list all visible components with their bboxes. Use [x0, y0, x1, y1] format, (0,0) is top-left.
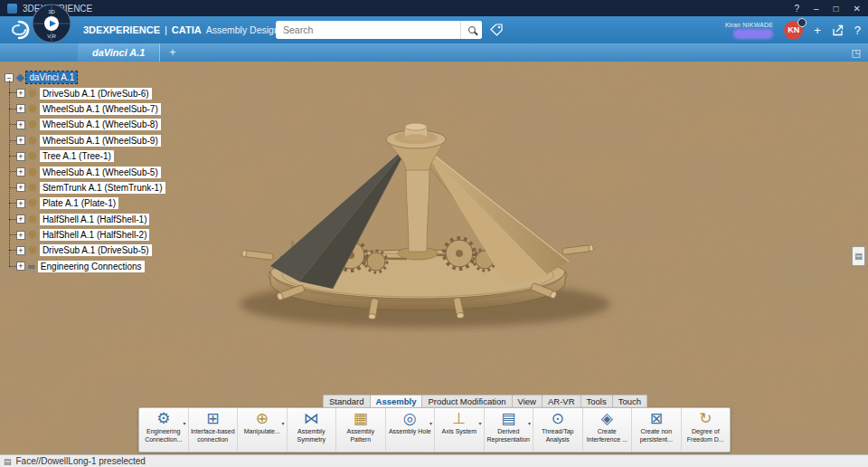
tool-label: Interface-based connection: [189, 428, 238, 444]
ribbon-tab-product-modification[interactable]: Product Modification: [421, 395, 512, 407]
tree-item-icon: ⚙: [28, 183, 37, 193]
ribbon-tab-standard[interactable]: Standard: [323, 395, 371, 407]
tool-icon: ▤: [501, 410, 515, 427]
tree-item-label[interactable]: Plate A.1 (Plate-1): [40, 197, 118, 209]
app-brand: 3DEXPERIENCE | CATIA Assembly Design: [83, 24, 279, 35]
tree-item-drivesub-a-1-drivesub-5[interactable]: + ⚙ DriveSub A.1 (DriveSub-5): [16, 243, 165, 258]
tool-dropdown-arrow[interactable]: ▾: [183, 420, 185, 426]
tool-icon: ⊠: [650, 410, 663, 427]
minimize-button[interactable]: –: [814, 4, 819, 14]
tree-item-label[interactable]: StemTrunk A.1 (StemTrunk-1): [40, 182, 165, 194]
tree-item-label[interactable]: WheelSub A.1 (WheelSub-7): [40, 103, 161, 115]
tree-item-engineering-connections[interactable]: + ∞ Engineering Connections: [16, 259, 165, 274]
viewport-side-widget[interactable]: ▤: [852, 246, 865, 266]
tool-degree-of-freedom-d[interactable]: ↻ Degree of Freedom D...: [682, 408, 731, 452]
user-info: Kiran NIKWADE: [725, 22, 773, 39]
tree-item-icon: ⚙: [28, 89, 37, 99]
tool-engineering-connection[interactable]: ⚙ ▾ Engineering Connection...: [139, 408, 189, 452]
tool-dropdown-arrow[interactable]: ▾: [429, 420, 432, 426]
tree-item-label[interactable]: HalfShell A.1 (HalfShell-1): [40, 214, 150, 225]
tool-dropdown-arrow[interactable]: ▾: [478, 420, 481, 426]
tool-manipulate[interactable]: ⊕ ▾ Manipulate...: [238, 408, 288, 452]
tree-expander[interactable]: +: [16, 199, 25, 208]
tree-item-icon: ⚙: [28, 104, 37, 114]
tag-icon[interactable]: [490, 24, 503, 36]
tool-icon: ⋈: [304, 410, 319, 427]
tree-expander[interactable]: +: [16, 246, 25, 255]
ribbon-tab-touch[interactable]: Touch: [612, 395, 647, 407]
tree-item-drivesub-a-1-drivesub-6[interactable]: + ⚙ DriveSub A.1 (DriveSub-6): [16, 85, 165, 100]
tree-expander[interactable]: +: [16, 214, 25, 224]
status-message: Face//DowellLong-1 preselected: [16, 456, 146, 466]
tree-item-label[interactable]: HalfShell A.1 (HalfShell-2): [40, 229, 150, 241]
tree-item-wheelsub-a-1-wheelsub-9[interactable]: + ⚙ WheelSub A.1 (WheelSub-9): [16, 133, 165, 148]
share-icon[interactable]: [832, 24, 844, 36]
tree-item-icon: ⚙: [28, 230, 37, 240]
ribbon-tab-view[interactable]: View: [512, 395, 542, 407]
tree-expander[interactable]: +: [16, 152, 25, 161]
tool-label: Manipulate...: [243, 428, 281, 436]
tree-expander[interactable]: +: [16, 231, 25, 240]
tree-root-label[interactable]: daVinci A.1: [26, 71, 77, 83]
document-tabbar: daVinci A.1 + ◳: [0, 43, 868, 62]
tool-icon: ⚙: [156, 410, 170, 427]
search-button[interactable]: [460, 21, 482, 39]
tree-expander[interactable]: +: [16, 89, 25, 98]
expand-viewport-icon[interactable]: ◳: [852, 47, 868, 59]
tool-dropdown-arrow[interactable]: ▾: [528, 420, 531, 426]
tree-root[interactable]: − ◆ daVinci A.1: [5, 70, 165, 85]
tree-item-halfshell-a-1-halfshell-2[interactable]: + ⚙ HalfShell A.1 (HalfShell-2): [16, 227, 165, 243]
workbench-name: Assembly Design: [206, 24, 279, 35]
tree-item-label[interactable]: WheelSub A.1 (WheelSub-5): [40, 167, 161, 178]
tool-assembly-pattern[interactable]: ▦ Assembly Pattern: [336, 408, 386, 452]
compass-widget[interactable]: 3D V.R: [32, 4, 71, 43]
tree-item-plate-a-1-plate-1[interactable]: + ⚙ Plate A.1 (Plate-1): [16, 195, 165, 211]
tree-item-label[interactable]: DriveSub A.1 (DriveSub-5): [40, 244, 152, 256]
document-tab[interactable]: daVinci A.1: [78, 43, 160, 62]
tree-children: + ⚙ DriveSub A.1 (DriveSub-6) + ⚙ WheelS…: [5, 85, 165, 274]
tree-item-wheelsub-a-1-wheelsub-5[interactable]: + ⚙ WheelSub A.1 (WheelSub-5): [16, 164, 165, 179]
tool-derived-representation[interactable]: ▤ ▾ Derived Representation: [485, 408, 534, 452]
add-icon[interactable]: +: [814, 24, 821, 36]
tree-item-label[interactable]: WheelSub A.1 (WheelSub-9): [40, 135, 161, 147]
help-button[interactable]: ?: [794, 4, 799, 14]
ribbon-tab-assembly[interactable]: Assembly: [370, 395, 423, 407]
new-tab-button[interactable]: +: [160, 46, 184, 59]
tool-create-interference[interactable]: ◈ Create Interference ...: [583, 408, 633, 452]
tool-axis-system[interactable]: ⊥ ▾ Axis System: [435, 408, 485, 452]
tree-expander[interactable]: +: [16, 120, 25, 129]
maximize-button[interactable]: □: [834, 4, 839, 14]
tool-label: Derived Representation: [485, 428, 533, 444]
tree-expander[interactable]: +: [16, 262, 25, 271]
tree-item-wheelsub-a-1-wheelsub-8[interactable]: + ⚙ WheelSub A.1 (WheelSub-8): [16, 117, 165, 132]
tree-item-tree-a-1-tree-1[interactable]: + ⚙ Tree A.1 (Tree-1): [16, 148, 165, 164]
avatar-initials: KN: [788, 25, 799, 34]
tree-item-label[interactable]: WheelSub A.1 (WheelSub-8): [40, 119, 161, 130]
avatar[interactable]: KN: [784, 21, 803, 40]
brand-divider: |: [165, 24, 167, 35]
tree-expander[interactable]: +: [16, 167, 25, 176]
tree-item-stemtrunk-a-1-stemtrunk-1[interactable]: + ⚙ StemTrunk A.1 (StemTrunk-1): [16, 180, 165, 195]
close-button[interactable]: ✕: [854, 4, 861, 14]
ribbon-tab-tools[interactable]: Tools: [580, 395, 613, 407]
tree-item-wheelsub-a-1-wheelsub-7[interactable]: + ⚙ WheelSub A.1 (WheelSub-7): [16, 101, 165, 117]
tool-interface-based-connection[interactable]: ⊞ Interface-based connection: [189, 408, 239, 452]
tree-expander[interactable]: +: [16, 104, 25, 113]
search-bar[interactable]: [276, 21, 482, 39]
help-icon[interactable]: ?: [854, 24, 861, 36]
tree-item-label[interactable]: DriveSub A.1 (DriveSub-6): [40, 88, 152, 100]
3ds-logo-icon[interactable]: [7, 19, 31, 41]
tree-item-label[interactable]: Tree A.1 (Tree-1): [40, 150, 114, 162]
search-input[interactable]: [276, 24, 460, 35]
ribbon-tab-ar-vr[interactable]: AR-VR: [542, 395, 581, 407]
tool-assembly-symmetry[interactable]: ⋈ Assembly Symmetry: [288, 408, 337, 452]
tool-thread-tap-analysis[interactable]: ⊙ Thread/Tap Analysis: [533, 408, 583, 452]
tree-item-halfshell-a-1-halfshell-1[interactable]: + ⚙ HalfShell A.1 (HalfShell-1): [16, 212, 165, 227]
tree-expander[interactable]: +: [16, 183, 25, 192]
tool-assembly-hole[interactable]: ◎ ▾ Assembly Hole: [386, 408, 436, 452]
tool-dropdown-arrow[interactable]: ▾: [281, 420, 284, 426]
tree-item-label[interactable]: Engineering Connections: [38, 261, 145, 272]
tool-create-non-persistent[interactable]: ⊠ Create non persistent...: [632, 408, 682, 452]
tree-expander[interactable]: +: [16, 136, 25, 145]
status-icon: ▤: [4, 457, 12, 466]
